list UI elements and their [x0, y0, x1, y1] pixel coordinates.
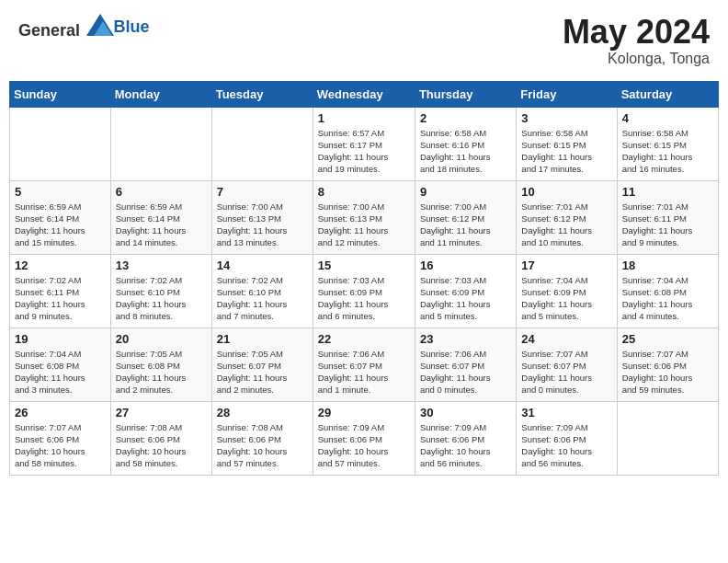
day-info: Sunrise: 7:05 AMSunset: 6:07 PMDaylight:… — [217, 348, 308, 396]
calendar-cell: 18Sunrise: 7:04 AMSunset: 6:08 PMDayligh… — [617, 254, 718, 327]
calendar-cell: 21Sunrise: 7:05 AMSunset: 6:07 PMDayligh… — [211, 327, 313, 401]
calendar-week-row: 5Sunrise: 6:59 AMSunset: 6:14 PMDaylight… — [10, 180, 719, 254]
day-info: Sunrise: 7:03 AMSunset: 6:09 PMDaylight:… — [420, 274, 511, 323]
day-number: 1 — [318, 111, 410, 125]
calendar-cell: 28Sunrise: 7:08 AMSunset: 6:06 PMDayligh… — [211, 401, 313, 475]
day-info: Sunrise: 6:59 AMSunset: 6:14 PMDaylight:… — [15, 201, 106, 249]
logo-general-text: General — [18, 21, 80, 40]
day-number: 8 — [318, 185, 410, 199]
calendar-cell: 3Sunrise: 6:58 AMSunset: 6:15 PMDaylight… — [517, 107, 617, 180]
calendar-cell — [110, 107, 211, 180]
day-number: 12 — [15, 259, 106, 272]
day-number: 22 — [318, 332, 410, 346]
day-number: 29 — [318, 406, 410, 419]
calendar-cell: 10Sunrise: 7:01 AMSunset: 6:12 PMDayligh… — [517, 180, 617, 254]
day-number: 19 — [15, 332, 106, 346]
day-info: Sunrise: 7:07 AMSunset: 6:06 PMDaylight:… — [15, 421, 106, 470]
day-info: Sunrise: 7:03 AMSunset: 6:09 PMDaylight:… — [318, 274, 410, 323]
day-info: Sunrise: 7:04 AMSunset: 6:09 PMDaylight:… — [521, 274, 611, 323]
day-info: Sunrise: 6:58 AMSunset: 6:15 PMDaylight:… — [622, 127, 713, 176]
page-header: General Blue May 2024 Kolonga, Tonga — [9, 9, 719, 72]
month-year-title: May 2024 — [563, 14, 710, 51]
calendar-cell: 14Sunrise: 7:02 AMSunset: 6:10 PMDayligh… — [211, 254, 313, 327]
day-number: 27 — [116, 406, 207, 419]
calendar-cell: 9Sunrise: 7:00 AMSunset: 6:12 PMDaylight… — [415, 180, 516, 254]
calendar-header-sunday: Sunday — [10, 81, 111, 107]
day-number: 4 — [622, 111, 713, 125]
day-info: Sunrise: 6:59 AMSunset: 6:14 PMDaylight:… — [116, 201, 207, 249]
day-info: Sunrise: 7:00 AMSunset: 6:13 PMDaylight:… — [217, 201, 308, 249]
day-info: Sunrise: 7:01 AMSunset: 6:12 PMDaylight:… — [521, 201, 611, 249]
calendar-header-tuesday: Tuesday — [211, 81, 313, 107]
day-info: Sunrise: 7:07 AMSunset: 6:07 PMDaylight:… — [521, 348, 611, 396]
day-info: Sunrise: 7:00 AMSunset: 6:12 PMDaylight:… — [420, 201, 511, 249]
day-number: 10 — [521, 185, 611, 199]
day-info: Sunrise: 7:04 AMSunset: 6:08 PMDaylight:… — [15, 348, 106, 396]
calendar-cell: 12Sunrise: 7:02 AMSunset: 6:11 PMDayligh… — [10, 254, 111, 327]
day-number: 6 — [116, 185, 207, 199]
day-info: Sunrise: 7:02 AMSunset: 6:10 PMDaylight:… — [116, 274, 207, 323]
calendar-cell: 20Sunrise: 7:05 AMSunset: 6:08 PMDayligh… — [110, 327, 211, 401]
day-number: 7 — [217, 185, 308, 199]
day-info: Sunrise: 6:57 AMSunset: 6:17 PMDaylight:… — [318, 127, 410, 176]
day-number: 25 — [622, 332, 713, 346]
calendar-week-row: 1Sunrise: 6:57 AMSunset: 6:17 PMDaylight… — [10, 107, 719, 180]
day-number: 16 — [420, 259, 511, 272]
title-block: May 2024 Kolonga, Tonga — [563, 14, 710, 67]
calendar-cell: 26Sunrise: 7:07 AMSunset: 6:06 PMDayligh… — [10, 401, 111, 475]
day-info: Sunrise: 6:58 AMSunset: 6:15 PMDaylight:… — [521, 127, 611, 176]
day-number: 31 — [521, 406, 611, 419]
day-number: 17 — [521, 259, 611, 272]
calendar-header-thursday: Thursday — [415, 81, 516, 107]
calendar-table: SundayMondayTuesdayWednesdayThursdayFrid… — [9, 81, 719, 476]
calendar-cell — [211, 107, 313, 180]
day-number: 28 — [217, 406, 308, 419]
calendar-cell: 11Sunrise: 7:01 AMSunset: 6:11 PMDayligh… — [617, 180, 718, 254]
calendar-cell: 8Sunrise: 7:00 AMSunset: 6:13 PMDaylight… — [313, 180, 415, 254]
logo: General Blue — [18, 14, 150, 40]
location-subtitle: Kolonga, Tonga — [563, 51, 710, 67]
day-number: 23 — [420, 332, 511, 346]
day-info: Sunrise: 7:04 AMSunset: 6:08 PMDaylight:… — [622, 274, 713, 323]
calendar-cell: 27Sunrise: 7:08 AMSunset: 6:06 PMDayligh… — [110, 401, 211, 475]
calendar-cell: 13Sunrise: 7:02 AMSunset: 6:10 PMDayligh… — [110, 254, 211, 327]
calendar-header-friday: Friday — [517, 81, 617, 107]
calendar-week-row: 12Sunrise: 7:02 AMSunset: 6:11 PMDayligh… — [10, 254, 719, 327]
calendar-cell: 19Sunrise: 7:04 AMSunset: 6:08 PMDayligh… — [10, 327, 111, 401]
day-number: 24 — [521, 332, 611, 346]
calendar-cell: 6Sunrise: 6:59 AMSunset: 6:14 PMDaylight… — [110, 180, 211, 254]
calendar-week-row: 19Sunrise: 7:04 AMSunset: 6:08 PMDayligh… — [10, 327, 719, 401]
day-info: Sunrise: 6:58 AMSunset: 6:16 PMDaylight:… — [420, 127, 511, 176]
calendar-header-saturday: Saturday — [617, 81, 718, 107]
day-number: 5 — [15, 185, 106, 199]
day-number: 21 — [217, 332, 308, 346]
day-info: Sunrise: 7:05 AMSunset: 6:08 PMDaylight:… — [116, 348, 207, 396]
day-number: 14 — [217, 259, 308, 272]
day-number: 3 — [521, 111, 611, 125]
day-number: 18 — [622, 259, 713, 272]
day-info: Sunrise: 7:02 AMSunset: 6:11 PMDaylight:… — [15, 274, 106, 323]
calendar-cell: 2Sunrise: 6:58 AMSunset: 6:16 PMDaylight… — [415, 107, 516, 180]
calendar-cell — [617, 401, 718, 475]
day-info: Sunrise: 7:08 AMSunset: 6:06 PMDaylight:… — [217, 421, 308, 470]
calendar-cell: 5Sunrise: 6:59 AMSunset: 6:14 PMDaylight… — [10, 180, 111, 254]
day-number: 20 — [116, 332, 207, 346]
calendar-header-row: SundayMondayTuesdayWednesdayThursdayFrid… — [10, 81, 719, 107]
calendar-cell: 1Sunrise: 6:57 AMSunset: 6:17 PMDaylight… — [313, 107, 415, 180]
calendar-header-monday: Monday — [110, 81, 211, 107]
day-number: 9 — [420, 185, 511, 199]
day-info: Sunrise: 7:09 AMSunset: 6:06 PMDaylight:… — [420, 421, 511, 470]
calendar-cell: 23Sunrise: 7:06 AMSunset: 6:07 PMDayligh… — [415, 327, 516, 401]
day-number: 26 — [15, 406, 106, 419]
calendar-cell: 24Sunrise: 7:07 AMSunset: 6:07 PMDayligh… — [517, 327, 617, 401]
day-info: Sunrise: 7:01 AMSunset: 6:11 PMDaylight:… — [622, 201, 713, 249]
calendar-cell: 16Sunrise: 7:03 AMSunset: 6:09 PMDayligh… — [415, 254, 516, 327]
day-number: 11 — [622, 185, 713, 199]
day-number: 2 — [420, 111, 511, 125]
day-number: 30 — [420, 406, 511, 419]
day-info: Sunrise: 7:06 AMSunset: 6:07 PMDaylight:… — [420, 348, 511, 396]
calendar-cell: 7Sunrise: 7:00 AMSunset: 6:13 PMDaylight… — [211, 180, 313, 254]
day-info: Sunrise: 7:00 AMSunset: 6:13 PMDaylight:… — [318, 201, 410, 249]
day-info: Sunrise: 7:09 AMSunset: 6:06 PMDaylight:… — [318, 421, 410, 470]
calendar-cell: 17Sunrise: 7:04 AMSunset: 6:09 PMDayligh… — [517, 254, 617, 327]
